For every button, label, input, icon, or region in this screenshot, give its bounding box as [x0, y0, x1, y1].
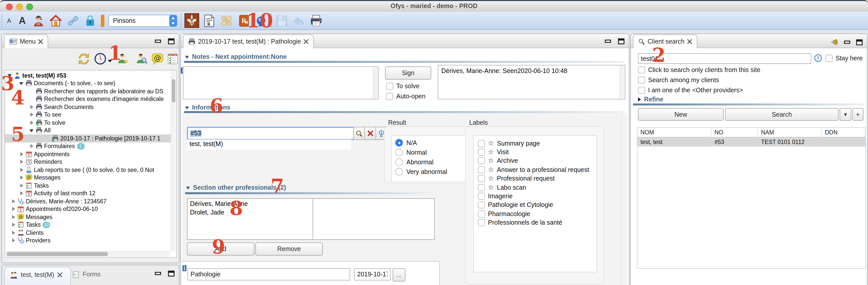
pin-icon[interactable] — [831, 38, 839, 46]
expander-open-icon[interactable] — [29, 128, 35, 133]
checkbox-icon[interactable] — [478, 202, 485, 209]
label-option[interactable]: ☆Answer to a professional request — [474, 165, 596, 174]
tree-item[interactable]: To see — [5, 111, 171, 119]
tree-item[interactable]: Documents (- to solve, - to see) — [5, 79, 171, 87]
tree-item[interactable]: Search Documents — [5, 103, 171, 111]
connection-plug-icon[interactable] — [66, 14, 80, 27]
tree-item[interactable]: All — [5, 126, 171, 134]
new-client-button[interactable]: New — [638, 108, 723, 121]
remove-professional-button[interactable]: Remove — [255, 243, 323, 256]
seen-history-box[interactable]: Dérives, Marie-Anne: Seen2020-06-10 10:4… — [438, 65, 625, 99]
label-option[interactable]: Pathologie et Cytologie — [474, 201, 596, 209]
result-option[interactable]: Very abnormal — [392, 167, 471, 176]
checkbox-icon[interactable] — [386, 93, 393, 100]
checkbox-icon[interactable] — [478, 175, 485, 182]
expander-closed-icon[interactable] — [29, 112, 35, 118]
maximize-panel-icon[interactable] — [618, 38, 625, 44]
column-header[interactable]: NOM — [638, 128, 711, 137]
radio-icon[interactable] — [395, 158, 403, 166]
column-header[interactable]: NAM — [758, 128, 822, 137]
document-type-input[interactable] — [187, 268, 350, 280]
professional-item[interactable]: Drolet, Jade — [190, 208, 314, 217]
notes-section-header[interactable]: Notes - Next appointment:None — [185, 53, 287, 60]
radio-icon[interactable] — [395, 139, 403, 147]
checkbox-icon[interactable] — [478, 166, 485, 173]
expander-closed-icon[interactable] — [11, 199, 17, 204]
patient-clear-button[interactable] — [364, 127, 376, 140]
save-icon[interactable] — [275, 14, 288, 27]
fleur-de-lis-icon[interactable] — [184, 13, 199, 28]
notes-scrollbar[interactable] — [373, 67, 377, 98]
tree-item[interactable]: @Messages — [5, 213, 171, 221]
search-client-icon[interactable] — [135, 53, 148, 67]
label-option[interactable]: Imagerie — [474, 192, 596, 201]
home-icon[interactable] — [49, 14, 62, 27]
patient-ref-field[interactable]: #53 — [187, 127, 354, 140]
expand-icon[interactable] — [638, 97, 641, 102]
tree-item[interactable]: Rechercher des rapports de laboratoire a… — [5, 87, 171, 95]
informations-section-header[interactable]: Informations — [185, 104, 230, 111]
tab-document[interactable]: 2019-10-17 test, test(M) : Pathologie — [183, 34, 314, 48]
collapse-icon[interactable] — [186, 187, 190, 190]
tree-item[interactable]: Clients — [5, 229, 171, 236]
checkbox-icon[interactable] — [478, 219, 485, 226]
result-option[interactable]: N/A — [392, 138, 471, 148]
prescription-document-icon[interactable]: R — [203, 14, 216, 27]
checkbox-icon[interactable] — [478, 140, 485, 147]
expander-closed-icon[interactable] — [29, 120, 35, 125]
result-option[interactable]: Abnormal — [392, 157, 471, 167]
expander-closed-icon[interactable] — [19, 175, 25, 180]
filter-checkbox[interactable]: Click to search only clients from this s… — [638, 66, 760, 74]
close-icon[interactable] — [687, 39, 692, 44]
radio-icon[interactable] — [395, 168, 403, 175]
professionals-list[interactable]: Dérives, Marie-AnneDrolet, Jade — [187, 198, 314, 240]
close-icon[interactable] — [57, 272, 62, 277]
collapse-icon[interactable] — [185, 107, 189, 110]
label-option[interactable]: Professionnels de la santé — [474, 218, 596, 227]
professionals-list-empty[interactable] — [313, 198, 435, 240]
clock-dropdown-icon[interactable] — [108, 60, 112, 62]
combo-stepper-icon[interactable] — [169, 15, 177, 26]
document-date-input[interactable] — [354, 268, 391, 280]
tree-item[interactable]: Formulaires1 — [5, 142, 171, 150]
expander-open-icon[interactable] — [19, 81, 25, 86]
checklist-icon[interactable] — [167, 53, 179, 67]
checkbox-icon[interactable] — [478, 149, 485, 156]
checkbox-icon[interactable] — [478, 210, 485, 218]
other-professionals-header[interactable]: Section other professionals (2) — [186, 184, 286, 191]
checkbox-icon[interactable] — [826, 55, 833, 62]
tab-client-search[interactable]: Client search — [633, 34, 697, 48]
print-icon[interactable] — [310, 14, 323, 27]
tree-item[interactable]: Reminders — [5, 158, 171, 166]
tree-item[interactable]: Tasks — [5, 181, 171, 190]
tab-menu[interactable]: Menu — [4, 34, 49, 48]
checkbox-icon[interactable] — [386, 83, 393, 90]
close-icon[interactable] — [38, 39, 43, 44]
stay-here-checkbox[interactable]: Stay here — [826, 55, 863, 62]
tree-item[interactable]: Dérives, Marie-Anne : 1234567 — [5, 197, 171, 205]
tree-vertical-scrollbar[interactable] — [171, 71, 176, 251]
maximize-panel-icon[interactable] — [856, 39, 863, 45]
tree-item[interactable]: Tasks10 — [5, 221, 171, 229]
font-larger-button[interactable]: A — [15, 15, 30, 26]
expander-closed-icon[interactable] — [19, 151, 25, 157]
font-smaller-button[interactable]: A — [4, 17, 15, 24]
tab-forms[interactable]: Forms — [67, 267, 118, 285]
lock-icon[interactable] — [84, 14, 97, 27]
patient-search-button[interactable] — [353, 127, 365, 140]
tree-item[interactable]: Rechercher des examens d'imagerie médica… — [5, 95, 171, 103]
refresh-icon[interactable] — [78, 53, 90, 67]
tab-patient[interactable]: test, test(M) — [4, 267, 71, 285]
tree-item[interactable]: Providers — [5, 236, 171, 245]
help-icon[interactable]: ? — [814, 54, 822, 62]
informations-scrollbar[interactable] — [621, 114, 626, 285]
filter-checkbox[interactable]: Search among my clients — [638, 77, 719, 84]
expander-closed-icon[interactable] — [19, 183, 25, 189]
expander-closed-icon[interactable] — [29, 144, 35, 149]
column-header[interactable]: NO — [711, 128, 758, 137]
expander-closed-icon[interactable] — [11, 230, 17, 235]
client-search-input[interactable] — [638, 53, 811, 64]
add-professional-button[interactable]: Add — [187, 243, 254, 256]
expander-closed-icon[interactable] — [19, 191, 25, 196]
checkbox-icon[interactable] — [638, 77, 645, 84]
